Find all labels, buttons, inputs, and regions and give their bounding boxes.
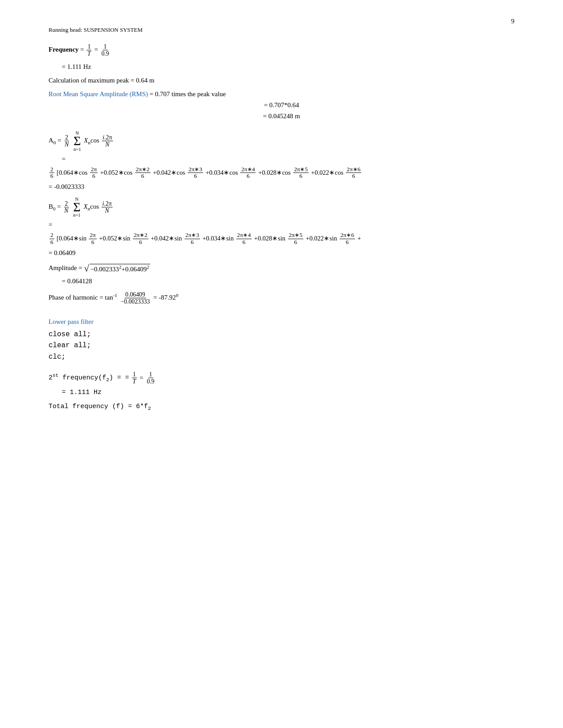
freq2-frac-09: 1 0.9 xyxy=(146,371,155,385)
A0-result: = -0.0023333 xyxy=(49,183,514,191)
phase-formula: Phase of harmonic = tan-1 0.06409 −0.002… xyxy=(49,291,514,305)
code-line-3: clc; xyxy=(49,352,514,363)
frequency-formula: Frequency = 1 T = 1 0.9 xyxy=(49,43,514,57)
B0-expanded: 2 6 [0.064∗sin 2π 6 +0.052∗sin 2π∗2 6 +0… xyxy=(49,232,514,245)
rms-eq3: = 0.045248 m xyxy=(49,113,514,120)
page-number: 9 xyxy=(511,18,515,25)
lower-pass-filter-text: Lower pass filter xyxy=(49,318,94,325)
running-head: Running head: SUSPENSION SYSTEM xyxy=(49,26,514,34)
B0-frac-i2pi: i.2π N xyxy=(102,200,113,214)
rms-line: Root Mean Square Amplitude (RMS) = 0.707… xyxy=(49,90,514,98)
A0-equals: = xyxy=(62,155,514,163)
B0-result: = 0.06409 xyxy=(49,249,514,257)
lower-pass-filter-label: Lower pass filter xyxy=(49,318,514,326)
frequency-label: Frequency xyxy=(49,46,79,53)
A0-frac-2N: 2 N xyxy=(64,134,69,148)
rms-eq1: = 0.707 times the peak value xyxy=(150,90,226,98)
amplitude-result: = 0.064128 xyxy=(62,278,514,285)
phase-label: Phase of harmonic = tan-1 xyxy=(49,294,117,301)
freq2-frac: 1 T xyxy=(132,371,137,385)
total-freq: Total frequency (f) = 6*f2 xyxy=(49,402,514,411)
phase-frac: 0.06409 −0.0023333 xyxy=(120,291,151,305)
A0-expanded: 2 6 [0.064∗cos 2π 6 +0.052∗cos 2π∗2 6 +0… xyxy=(49,166,514,180)
code-line-1: close all; xyxy=(49,329,514,341)
B0-formula: B0 = 2 N N Σ n=1 Xncos i.2π N xyxy=(49,197,514,218)
A0-frac-i2pi: i.2π N xyxy=(102,134,113,148)
page: 9 Running head: SUSPENSION SYSTEM Freque… xyxy=(0,0,563,728)
freq2-result: = 1.111 Hz xyxy=(62,388,514,396)
freq2-formula: 2st frequency(f2) = = 1 T = 1 0.9 xyxy=(49,371,514,385)
code-block: close all; clear all; clc; xyxy=(49,329,514,363)
rms-eq2: = 0.707*0.64 xyxy=(49,101,514,109)
code-line-2: clear all; xyxy=(49,340,514,352)
rms-label: Root Mean Square Amplitude (RMS) xyxy=(49,90,148,98)
B0-frac-2N: 2 N xyxy=(64,200,69,214)
B0-equals: = xyxy=(49,221,514,229)
A0-formula: A0 = 2 N N Σ n=1 Xncos i.2π N xyxy=(49,131,514,151)
calc-max: Calculation of maximum peak = 0.64 m xyxy=(49,77,514,84)
fraction-1-09: 1 0.9 xyxy=(101,43,110,57)
freq-result: = 1.111 Hz xyxy=(62,63,514,71)
amplitude-formula: Amplitude = √ −0.0023332+0.064092 xyxy=(49,263,514,274)
amplitude-label: Amplitude = xyxy=(49,264,82,271)
sqrt-wrapper: √ −0.0023332+0.064092 xyxy=(84,263,150,274)
fraction-1-T: 1 T xyxy=(87,43,92,57)
